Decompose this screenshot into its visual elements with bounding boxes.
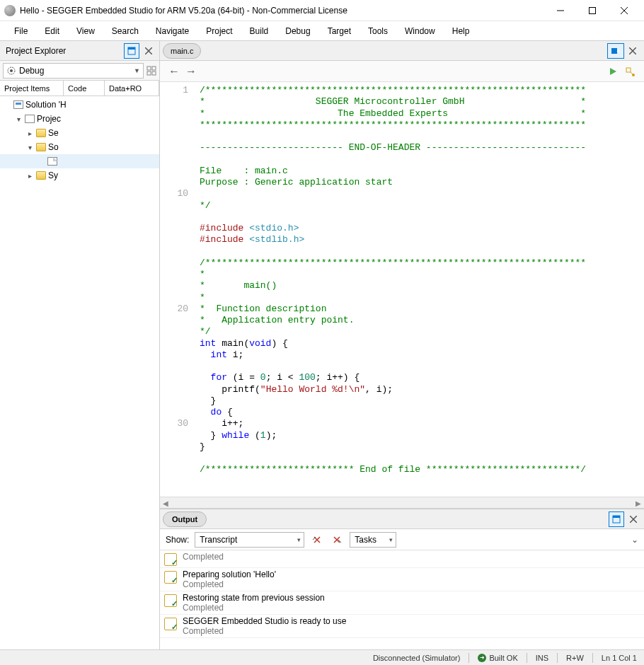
svg-rect-1 <box>589 7 595 13</box>
output-close-icon[interactable] <box>626 511 641 527</box>
column-header[interactable]: Project Items <box>0 81 64 96</box>
statusbar: Disconnected (Simulator) ➜ Built OK INS … <box>0 649 644 665</box>
menu-file[interactable]: File <box>6 23 36 39</box>
tree-item[interactable]: Solution 'H <box>0 98 159 112</box>
chevron-down-icon: ▼ <box>134 67 140 74</box>
build-ok-icon: ➜ <box>478 654 486 662</box>
output-entry-status: Completed <box>183 579 276 589</box>
folder-icon <box>36 129 46 137</box>
menu-help[interactable]: Help <box>444 23 478 39</box>
output-entry[interactable]: SEGGER Embedded Studio is ready to useCo… <box>160 615 644 638</box>
task-complete-icon <box>164 618 177 630</box>
panel-close-icon[interactable] <box>141 43 156 59</box>
file-icon <box>47 157 57 166</box>
status-build: ➜ Built OK <box>478 654 517 662</box>
project-columns-header: Project ItemsCodeData+RO <box>0 81 159 96</box>
scroll-right-icon[interactable]: ▶ <box>633 497 644 509</box>
menu-debug[interactable]: Debug <box>277 23 318 39</box>
output-entry[interactable]: Restoring state from previous sessionCom… <box>160 591 644 615</box>
tree-item[interactable] <box>0 154 159 168</box>
output-entry-status: Completed <box>183 603 325 613</box>
editor-close-icon[interactable] <box>624 43 641 59</box>
expand-icon[interactable]: ▾ <box>14 115 23 123</box>
config-grid-icon[interactable] <box>146 66 156 76</box>
svg-rect-5 <box>128 47 135 50</box>
tab-overflow-icon[interactable] <box>607 43 624 59</box>
svg-rect-11 <box>152 66 156 70</box>
output-entry-title: Preparing solution 'Hello' <box>183 569 276 579</box>
window-controls <box>544 1 640 21</box>
output-entry-status: Completed <box>183 552 224 562</box>
svg-point-18 <box>632 74 635 76</box>
code-editor[interactable]: 1102030 /*******************************… <box>160 82 644 497</box>
titlebar: Hello - SEGGER Embedded Studio for ARM V… <box>0 0 644 21</box>
window-title: Hello - SEGGER Embedded Studio for ARM V… <box>20 6 544 16</box>
expand-icon[interactable]: ▸ <box>25 172 34 180</box>
tree-item[interactable]: ▾So <box>0 140 159 154</box>
status-connection: Disconnected (Simulator) <box>373 654 461 662</box>
output-filter-value: Transcript <box>200 535 237 545</box>
status-position: Ln 1 Col 1 <box>602 654 637 662</box>
code-content[interactable]: /***************************************… <box>194 82 644 497</box>
output-header: Output <box>160 509 644 529</box>
project-tree[interactable]: Solution 'H▾Projec▸Se▾So▸Sy <box>0 96 159 649</box>
output-pin-icon[interactable] <box>609 511 624 527</box>
svg-rect-17 <box>626 68 631 72</box>
maximize-button[interactable] <box>576 1 608 21</box>
folder-open-icon <box>36 143 46 151</box>
output-tab[interactable]: Output <box>163 511 207 527</box>
run-icon[interactable] <box>604 63 621 80</box>
status-ins: INS <box>536 654 548 662</box>
output-panel: Output Show: Transcript <box>160 508 644 649</box>
scroll-left-icon[interactable]: ◀ <box>160 497 171 509</box>
tree-item[interactable]: ▸Sy <box>0 168 159 183</box>
nav-back-icon[interactable]: ← <box>166 63 183 80</box>
debug-config-icon <box>6 66 16 76</box>
output-entry[interactable]: Completed <box>160 550 644 568</box>
output-collapse-icon[interactable]: ⌄ <box>631 535 638 545</box>
panel-view-toggle-icon[interactable] <box>124 43 139 59</box>
menu-window[interactable]: Window <box>396 23 444 39</box>
menu-target[interactable]: Target <box>319 23 360 39</box>
build-config-label: Debug <box>19 66 134 76</box>
menu-tools[interactable]: Tools <box>360 23 396 39</box>
menu-search[interactable]: Search <box>103 23 147 39</box>
expand-icon[interactable]: ▾ <box>25 144 34 151</box>
nav-forward-icon[interactable]: → <box>183 63 200 80</box>
project-explorer-title: Project Explorer <box>3 46 122 56</box>
editor-hscrollbar[interactable]: ◀ ▶ <box>160 497 644 508</box>
output-tab-label: Output <box>172 515 197 524</box>
menu-build[interactable]: Build <box>241 23 277 39</box>
close-button[interactable] <box>608 1 640 21</box>
task-complete-icon <box>164 571 177 584</box>
menu-edit[interactable]: Edit <box>36 23 68 39</box>
tree-label: Se <box>48 128 59 138</box>
column-header[interactable]: Data+RO <box>105 81 159 96</box>
output-filter-select[interactable]: Transcript <box>195 532 304 548</box>
output-entry[interactable]: Preparing solution 'Hello'Completed <box>160 568 644 591</box>
tree-item[interactable]: ▸Se <box>0 126 159 140</box>
status-rw: R+W <box>566 654 584 662</box>
editor-tab[interactable]: main.c <box>163 43 201 59</box>
tree-item[interactable]: ▾Projec <box>0 112 159 126</box>
column-header[interactable]: Code <box>64 81 105 96</box>
debug-step-icon[interactable] <box>621 63 638 80</box>
svg-rect-14 <box>611 48 617 54</box>
output-tasks-select[interactable]: Tasks <box>350 532 396 548</box>
tree-label: Sy <box>48 170 58 180</box>
svg-rect-12 <box>147 71 151 75</box>
output-list[interactable]: CompletedPreparing solution 'Hello'Compl… <box>160 550 644 649</box>
minimize-button[interactable] <box>544 1 576 21</box>
tree-label: So <box>48 142 59 152</box>
menu-project[interactable]: Project <box>197 23 241 39</box>
menu-view[interactable]: View <box>68 23 103 39</box>
output-clear-icon[interactable] <box>310 533 324 547</box>
build-config-select[interactable]: Debug ▼ <box>3 63 144 79</box>
folder-icon <box>36 171 46 180</box>
project-icon <box>25 115 35 123</box>
project-explorer-panel: Project Explorer Debug ▼ Project ItemsCo… <box>0 41 160 649</box>
output-next-icon[interactable] <box>330 533 344 547</box>
expand-icon[interactable]: ▸ <box>25 129 34 137</box>
output-entry-title: SEGGER Embedded Studio is ready to use <box>183 616 346 626</box>
menu-navigate[interactable]: Navigate <box>147 23 197 39</box>
